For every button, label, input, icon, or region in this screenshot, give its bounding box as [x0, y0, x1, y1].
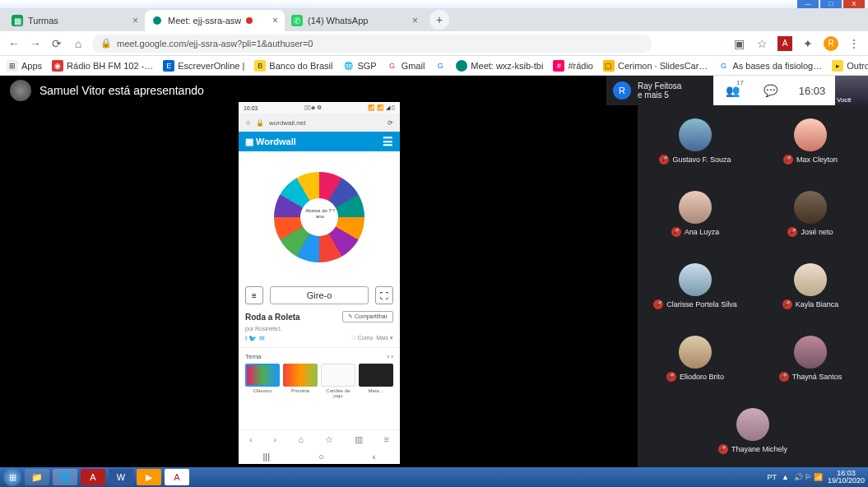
bookmark-item[interactable]: Meet: wxz-ksib-tbi	[456, 60, 543, 72]
tray-language[interactable]: PT	[768, 473, 777, 481]
people-button[interactable]: 👥 17	[713, 76, 751, 105]
taskbar-explorer-icon[interactable]: 📁	[25, 469, 49, 485]
muted-mic-icon: 🎤	[653, 299, 663, 309]
muted-mic-icon: 🎤	[666, 372, 676, 382]
spin-row: ≡ Gire-o ⛶	[239, 283, 400, 308]
avatar-icon	[679, 263, 712, 296]
bookmark-item[interactable]: EEscreverOnline |	[163, 60, 244, 72]
avatar-icon	[794, 118, 827, 151]
chat-icon: 💬	[764, 84, 777, 97]
system-tray[interactable]: PT ▲ 🔊 ⚐ 📶 16:03 19/10/2020	[768, 470, 866, 485]
bookmark-item[interactable]: 🌐SGP	[342, 60, 376, 72]
nav-home-icon[interactable]: ⌂	[71, 37, 86, 50]
tab-meet[interactable]: Meet: ejj-ssra-asw ×	[145, 10, 285, 31]
extensions-puzzle-icon[interactable]: ✦	[801, 37, 815, 50]
tab-close-icon[interactable]: ×	[272, 15, 278, 26]
participants-grid: 🎤Gustavo F. Souza 🎤Max Cleyton 🎤Ana Luyz…	[638, 105, 868, 467]
other-bookmarks[interactable]: ▸Outros favoritos	[832, 60, 868, 72]
bookmark-star-icon[interactable]: ☆	[754, 37, 769, 50]
window-titlebar: — □ X	[0, 0, 868, 8]
self-view[interactable]: Você	[835, 76, 868, 105]
tab-label: (14) WhatsApp	[308, 16, 368, 26]
taskbar-chrome-icon[interactable]: 🌐	[53, 469, 77, 485]
wheel-area: Alunos do 7 º ano	[239, 151, 400, 283]
windows-taskbar: ⊞ 📁 🌐 A W ▶ A PT ▲ 🔊 ⚐ 📶 16:03 19/10/202…	[0, 467, 868, 487]
participant-tile[interactable]: 🎤Max Cleyton	[753, 105, 868, 178]
shared-screen: 16:03 ▯▯◈ ⚙ 📶 📶 ◢ ▯ ☆ 🔒 wordwall.net ⟳ ▦…	[239, 102, 400, 464]
bookmark-item[interactable]: ##rádio	[553, 60, 593, 72]
window-maximize[interactable]: □	[820, 0, 842, 8]
star-icon: ☆	[245, 119, 251, 127]
pdf-extension-icon[interactable]: A	[777, 36, 792, 51]
social-icons: f 🐦 ✉	[245, 335, 265, 342]
wheel-icon: Alunos do 7 º ano	[274, 172, 364, 262]
tab-close-icon[interactable]: ×	[412, 15, 418, 26]
bookmark-item[interactable]: ▢Cerimon · SlidesCar…	[603, 60, 708, 72]
muted-mic-icon: 🎤	[671, 227, 681, 237]
menu-dots-icon[interactable]: ⋮	[847, 37, 861, 50]
tab-turmas[interactable]: ▦ Turmas ×	[5, 10, 145, 31]
pinned-more: e mais 5	[638, 90, 681, 100]
participant-tile[interactable]: 🎤Kayla Bianca	[753, 250, 868, 322]
people-count: 17	[736, 79, 744, 86]
nav-reload-icon[interactable]: ⟳	[49, 37, 64, 50]
tray-icons[interactable]: 🔊 ⚐ 📶	[794, 473, 823, 481]
participant-tile[interactable]: 🎤José neto	[753, 178, 868, 250]
tab-whatsapp[interactable]: ✆ (14) WhatsApp ×	[285, 10, 425, 31]
bookmarks-bar: ⊞Apps ◉Rádio BH FM 102 -… EEscreverOnlin…	[0, 56, 868, 76]
tab-close-icon[interactable]: ×	[132, 15, 138, 26]
taskbar-pdf-icon[interactable]: A	[81, 469, 105, 485]
muted-mic-icon: 🎤	[659, 155, 669, 165]
profile-avatar-icon[interactable]: R	[824, 36, 838, 51]
participant-tile[interactable]: 🎤Ana Luyza	[638, 178, 753, 250]
spin-button: Gire-o	[270, 286, 369, 304]
lock-icon: 🔒	[256, 119, 264, 127]
url-text: meet.google.com/ejj-ssra-asw?pli=1&authu…	[117, 39, 313, 49]
participant-tile[interactable]: 🎤Clarisse Portela Silva	[638, 250, 753, 322]
avatar-icon	[736, 408, 769, 441]
wordwall-logo: ▦ Wordwall	[245, 137, 296, 147]
lock-icon: 🔒	[100, 38, 112, 49]
bookmark-item[interactable]: GAs bases da fisiolog…	[717, 60, 822, 72]
tab-strip: ▦ Turmas × Meet: ejj-ssra-asw × ✆ (14) W…	[0, 8, 868, 31]
participant-tile[interactable]: 🎤Eliodoro Brito	[638, 322, 753, 395]
window-minimize[interactable]: —	[797, 0, 819, 8]
bookmark-item[interactable]: ◉Rádio BH FM 102 -…	[52, 60, 153, 72]
participant-tile[interactable]: 🎤Thayná Santos	[753, 322, 868, 395]
wordwall-header: ▦ Wordwall ☰	[239, 132, 400, 151]
participant-tile[interactable]: 🎤Gustavo F. Souza	[638, 105, 753, 178]
phone-bottom-nav: ‹› ⌂☆ ▥≡ |||○‹	[239, 429, 400, 464]
meet-clock: 16:03	[789, 76, 835, 105]
apps-button[interactable]: ⊞Apps	[7, 60, 42, 72]
share-button: ✎ Compartilhar	[342, 311, 393, 322]
favicon-whatsapp-icon: ✆	[291, 15, 303, 26]
list-icon: ≡	[245, 286, 263, 304]
muted-mic-icon: 🎤	[779, 372, 789, 382]
nav-back-icon[interactable]: ←	[7, 37, 21, 50]
tray-up-icon[interactable]: ▲	[782, 473, 789, 481]
nav-forward-icon[interactable]: →	[28, 37, 43, 50]
new-tab-button[interactable]: +	[429, 10, 449, 30]
address-bar[interactable]: 🔒 meet.google.com/ejj-ssra-asw?pli=1&aut…	[92, 35, 652, 53]
bookmark-item[interactable]: G	[434, 60, 446, 72]
bookmark-item[interactable]: GGmail	[387, 60, 425, 72]
taskbar-word-icon[interactable]: W	[109, 469, 133, 485]
pinned-participant[interactable]: R Ray Feitosa e mais 5	[606, 76, 713, 105]
recording-indicator-icon	[246, 17, 253, 24]
participant-tile[interactable]: 🎤Thayane Michely	[718, 395, 787, 467]
tray-clock[interactable]: 16:03 19/10/2020	[828, 470, 865, 485]
url-bar: ← → ⟳ ⌂ 🔒 meet.google.com/ejj-ssra-asw?p…	[0, 31, 868, 56]
pinned-avatar-icon: R	[613, 81, 631, 100]
chat-button[interactable]: 💬	[751, 76, 789, 105]
avatar-icon	[679, 336, 712, 369]
muted-mic-icon: 🎤	[718, 444, 728, 454]
cast-icon[interactable]: ▣	[731, 37, 746, 50]
taskbar-autocad-icon[interactable]: A	[165, 469, 189, 485]
taskbar-media-icon[interactable]: ▶	[137, 469, 161, 485]
avatar-icon	[794, 336, 827, 369]
hamburger-icon: ☰	[383, 135, 393, 148]
start-button[interactable]: ⊞	[3, 468, 21, 486]
bookmark-item[interactable]: BBanco do Brasil	[254, 60, 332, 72]
window-close[interactable]: X	[843, 0, 865, 8]
favicon-meet-icon	[151, 15, 163, 26]
